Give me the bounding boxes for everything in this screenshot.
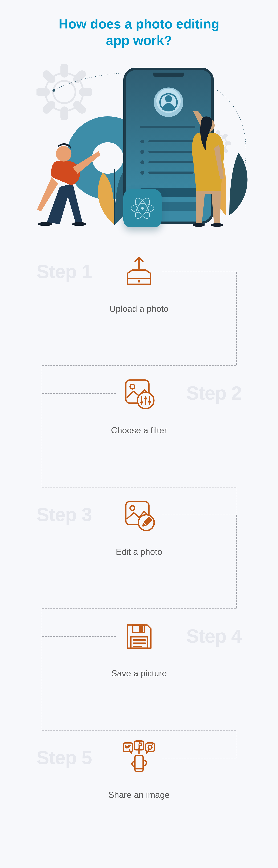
svg-point-21 [144,397,147,400]
step-label: Step 5 [36,746,92,769]
svg-point-22 [148,401,151,403]
svg-point-17 [130,384,135,389]
upload-icon [121,253,157,290]
svg-point-14 [211,223,223,227]
floppy-save-icon [121,618,157,654]
step-4: Step 4 Save a picture [26,620,252,741]
steps-flow: Step 1 Upload a photo Step 2 [26,255,252,832]
svg-point-11 [72,222,86,226]
svg-point-15 [138,280,140,283]
step-caption: Upload a photo [109,304,168,314]
atom-app-icon [123,189,162,227]
step-2: Step 2 Choose a filter [26,377,252,498]
svg-point-36 [152,744,153,745]
title-line1: How does a photo editing [59,17,219,31]
step-label: Step 1 [36,260,92,282]
step-caption: Share an image [108,790,170,800]
svg-point-20 [140,401,143,404]
svg-rect-34 [146,743,155,752]
person-man-illustration [33,128,106,226]
svg-rect-28 [140,626,143,631]
step-caption: Edit a photo [116,547,162,557]
step-5: Step 5 f [26,741,252,832]
edit-photo-icon [121,496,157,533]
svg-text:f: f [138,742,140,749]
svg-point-4 [53,89,55,92]
step-caption: Choose a filter [111,425,167,435]
svg-point-24 [130,506,135,510]
step-label: Step 2 [186,382,242,404]
svg-point-8 [141,207,144,210]
svg-point-35 [148,745,152,749]
page-title: How does a photo editing app work? [0,0,278,49]
share-social-icon: f [121,740,157,776]
title-line2: app work? [106,33,172,48]
step-caption: Save a picture [111,669,167,678]
step-1: Step 1 Upload a photo [26,255,252,377]
step-3: Step 3 Edit a photo [26,498,252,620]
step-label: Step 4 [186,625,242,647]
person-woman-illustration [177,99,240,227]
svg-point-13 [193,223,205,227]
svg-point-9 [56,146,72,162]
step-label: Step 3 [36,503,92,526]
hero-illustration [26,71,252,227]
filter-icon [121,375,157,411]
